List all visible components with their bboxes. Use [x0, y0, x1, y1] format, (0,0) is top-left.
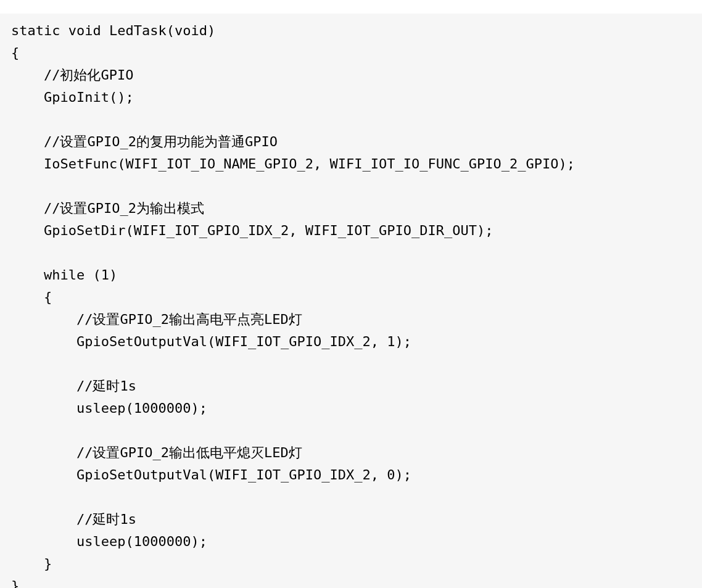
code-block: static void LedTask(void) { //初始化GPIO Gp… — [0, 14, 702, 588]
code-content: static void LedTask(void) { //初始化GPIO Gp… — [11, 23, 575, 588]
